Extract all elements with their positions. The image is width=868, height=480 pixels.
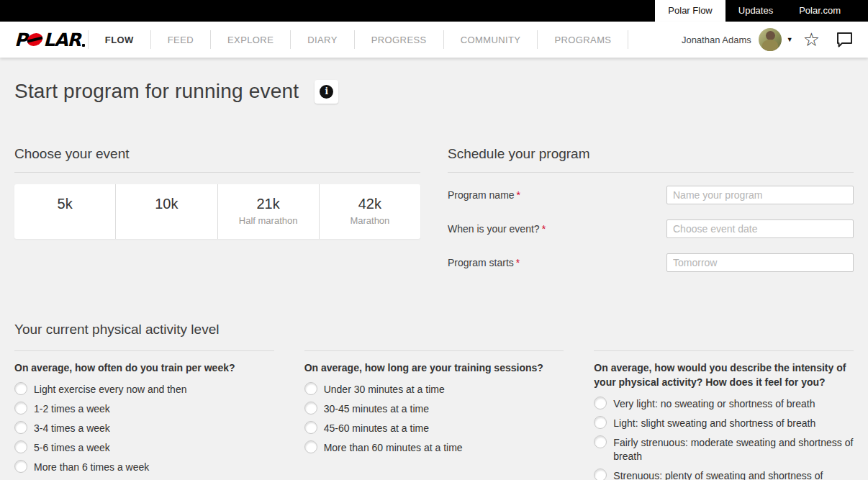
main-navbar: PLAR FLOW FEED EXPLORE DIARY PROGRESS CO… xyxy=(0,22,868,58)
user-avatar[interactable] xyxy=(759,28,782,51)
top-bar: Polar Flow Updates Polar.com xyxy=(0,0,868,22)
program-name-input[interactable] xyxy=(666,186,854,204)
event-date-label: When is your event?* xyxy=(448,223,546,235)
nav-item-flow[interactable]: FLOW xyxy=(88,30,150,49)
event-value: 21k xyxy=(218,196,319,212)
polar-logo-text-lar: LAR xyxy=(43,30,81,50)
radio-button[interactable] xyxy=(14,382,27,395)
radio-option: Strenuous: plenty of sweating and shortn… xyxy=(594,468,854,480)
radio-label[interactable]: Under 30 minutes at a time xyxy=(324,382,445,397)
radio-option: Light exercise every now and then xyxy=(14,382,274,397)
nav-item-community[interactable]: COMMUNITY xyxy=(443,30,538,49)
radio-button[interactable] xyxy=(14,421,27,434)
radio-button[interactable] xyxy=(594,435,607,448)
nav-item-programs[interactable]: PROGRAMS xyxy=(537,30,628,49)
nav-item-progress[interactable]: PROGRESS xyxy=(354,30,443,49)
radio-option: 3-4 times a week xyxy=(14,421,274,435)
question-intensity: On average, how would you describe the i… xyxy=(594,350,854,480)
page-content: Start program for running event i Choose… xyxy=(0,76,868,480)
polar-logo-text-p: P xyxy=(14,30,27,50)
schedule-heading: Schedule your program xyxy=(448,146,854,173)
radio-label[interactable]: More than 60 minutes at a time xyxy=(324,440,463,455)
radio-button[interactable] xyxy=(594,397,607,409)
page-title: Start program for running event xyxy=(14,80,299,103)
polar-logo[interactable]: PLAR xyxy=(14,30,85,50)
schedule-form: Program name* When is your event?* Progr… xyxy=(448,186,854,272)
radio-option: Under 30 minutes at a time xyxy=(304,382,564,397)
radio-group-session-length: Under 30 minutes at a time 30-45 minutes… xyxy=(304,382,564,455)
chevron-down-icon[interactable]: ▼ xyxy=(787,36,793,43)
radio-button[interactable] xyxy=(14,440,27,453)
radio-label[interactable]: 45-60 minutes at a time xyxy=(324,421,429,435)
info-button[interactable]: i xyxy=(315,80,338,104)
tab-polar-com[interactable]: Polar.com xyxy=(786,0,854,22)
radio-option: 45-60 minutes at a time xyxy=(304,421,564,435)
feedback-chat-icon[interactable] xyxy=(836,32,854,48)
program-name-label: Program name* xyxy=(448,189,520,201)
nav-item-diary[interactable]: DIARY xyxy=(290,30,354,49)
event-options-card: 5k 10k 21k Half marathon 42k Marathon xyxy=(14,184,420,239)
choose-event-section: Choose your event 5k 10k 21k Half marath… xyxy=(14,146,420,287)
radio-label[interactable]: 1-2 times a week xyxy=(34,402,110,416)
program-starts-label: Program starts* xyxy=(448,257,520,268)
nav-item-explore[interactable]: EXPLORE xyxy=(210,30,290,49)
nav-item-feed[interactable]: FEED xyxy=(150,30,210,49)
radio-label[interactable]: 5-6 times a week xyxy=(34,440,110,455)
radio-label[interactable]: 30-45 minutes at a time xyxy=(324,402,429,416)
tab-polar-flow[interactable]: Polar Flow xyxy=(655,0,725,22)
label-text: Program name xyxy=(448,189,515,201)
radio-label[interactable]: More than 6 times a week xyxy=(34,460,149,474)
radio-label[interactable]: Strenuous: plenty of sweating and shortn… xyxy=(613,468,854,480)
upper-sections: Choose your event 5k 10k 21k Half marath… xyxy=(14,146,854,287)
polar-logo-dot xyxy=(82,44,85,47)
radio-option: Very light: no sweating or shortness of … xyxy=(594,397,854,411)
event-subtitle: Marathon xyxy=(320,215,420,226)
event-value: 42k xyxy=(320,196,420,212)
radio-group-intensity: Very light: no sweating or shortness of … xyxy=(594,397,854,480)
radio-button[interactable] xyxy=(594,416,607,429)
nav-menu: FLOW FEED EXPLORE DIARY PROGRESS COMMUNI… xyxy=(88,22,629,58)
required-asterisk: * xyxy=(517,189,520,201)
favorites-star-icon[interactable]: ☆ xyxy=(803,30,820,49)
tab-updates[interactable]: Updates xyxy=(725,0,786,22)
radio-button[interactable] xyxy=(594,468,607,480)
radio-button[interactable] xyxy=(304,382,317,395)
radio-button[interactable] xyxy=(304,421,317,434)
radio-label[interactable]: Light exercise every now and then xyxy=(34,382,186,397)
event-option-42k[interactable]: 42k Marathon xyxy=(320,184,420,239)
event-option-21k[interactable]: 21k Half marathon xyxy=(218,184,320,239)
radio-button[interactable] xyxy=(14,402,27,415)
question-text: On average, how long are your training s… xyxy=(304,361,564,375)
question-text: On average, how would you describe the i… xyxy=(594,361,854,389)
question-train-frequency: On average, how often do you train per w… xyxy=(14,350,274,480)
radio-button[interactable] xyxy=(14,460,27,473)
activity-questions: On average, how often do you train per w… xyxy=(14,350,854,480)
choose-event-heading: Choose your event xyxy=(14,146,420,173)
user-name[interactable]: Jonathan Adams xyxy=(682,35,751,45)
radio-option: More than 60 minutes at a time xyxy=(304,440,564,455)
event-value: 5k xyxy=(14,196,115,212)
event-option-5k[interactable]: 5k xyxy=(14,184,116,239)
radio-label[interactable]: Fairly strenuous: moderate sweating and … xyxy=(613,435,854,463)
activity-heading: Your current physical activity level xyxy=(14,322,854,338)
label-text: Program starts xyxy=(448,257,514,268)
radio-option: Fairly strenuous: moderate sweating and … xyxy=(594,435,854,463)
radio-label[interactable]: Very light: no sweating or shortness of … xyxy=(613,397,815,411)
program-starts-input[interactable] xyxy=(666,253,854,272)
event-date-input[interactable] xyxy=(666,219,854,238)
question-session-length: On average, how long are your training s… xyxy=(304,350,564,480)
required-asterisk: * xyxy=(516,257,520,268)
event-option-10k[interactable]: 10k xyxy=(116,184,217,239)
radio-label[interactable]: 3-4 times a week xyxy=(34,421,110,435)
event-value: 10k xyxy=(116,196,217,212)
radio-label[interactable]: Light: slight sweating and shortness of … xyxy=(613,416,815,430)
radio-option: More than 6 times a week xyxy=(14,460,274,474)
title-row: Start program for running event i xyxy=(14,76,854,107)
program-name-row: Program name* xyxy=(448,186,854,204)
radio-button[interactable] xyxy=(304,440,317,453)
schedule-section: Schedule your program Program name* When… xyxy=(448,146,854,287)
event-date-row: When is your event?* xyxy=(448,219,854,238)
radio-button[interactable] xyxy=(304,402,317,415)
required-asterisk: * xyxy=(542,223,546,235)
radio-option: 5-6 times a week xyxy=(14,440,274,455)
